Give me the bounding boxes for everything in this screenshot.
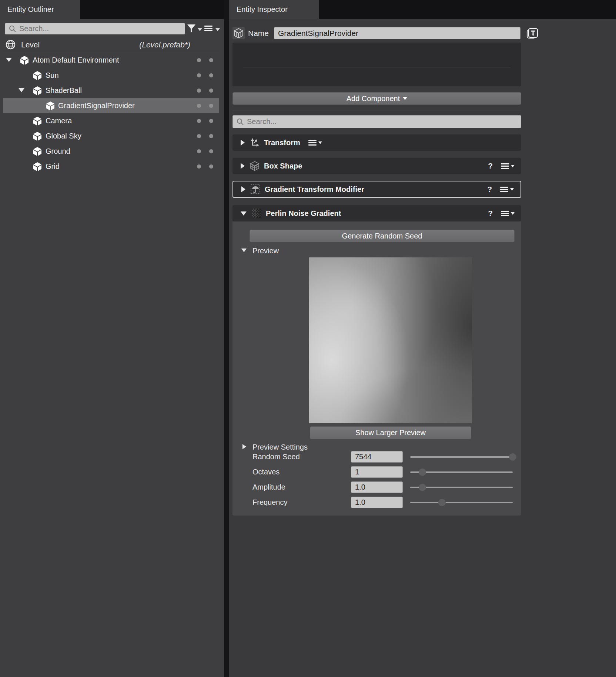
expand-caret-icon[interactable]: [6, 58, 12, 62]
slider-thumb[interactable]: [419, 484, 426, 491]
lock-dot[interactable]: [209, 58, 213, 62]
tree-row-shaderball[interactable]: ShaderBall: [0, 83, 224, 98]
add-component-caret-icon: [403, 97, 407, 100]
filter-icon[interactable]: [187, 24, 196, 33]
random-seed-input[interactable]: [351, 451, 403, 463]
entity-inspector-panel: Entity Inspector Name Status Universal E…: [229, 0, 616, 677]
entity-wire-cube-icon: [234, 28, 243, 38]
component-card-gradient-transform-modifier[interactable]: Gradient Transform Modifier ?: [232, 181, 521, 198]
preview-expand-caret-icon[interactable]: [241, 249, 247, 252]
param-row-random-seed: Random Seed: [232, 449, 521, 464]
help-icon[interactable]: ?: [488, 209, 493, 218]
pin-inspector-icon[interactable]: [525, 26, 539, 40]
tab-entity-inspector[interactable]: Entity Inspector: [229, 0, 319, 19]
visibility-dot[interactable]: [197, 134, 201, 138]
component-menu-icon[interactable]: [308, 139, 322, 147]
frequency-slider[interactable]: [410, 495, 513, 510]
tree-row-ground[interactable]: Ground: [0, 144, 224, 159]
entity-cube-icon: [33, 86, 42, 96]
tree-row-label: Camera: [46, 113, 72, 129]
panel-divider[interactable]: [224, 0, 229, 677]
amplitude-label: Amplitude: [252, 480, 285, 495]
tree-row-gradientsignalprovider-selected[interactable]: GradientSignalProvider: [0, 98, 224, 113]
lock-dot[interactable]: [209, 119, 213, 123]
component-card-perlin-noise-gradient[interactable]: Perlin Noise Gradient ?: [232, 205, 521, 221]
visibility-dot[interactable]: [197, 104, 201, 108]
component-card-transform[interactable]: Transform: [232, 134, 521, 151]
generate-random-seed-button[interactable]: Generate Random Seed: [250, 230, 515, 242]
collapse-caret-icon[interactable]: [241, 186, 245, 192]
component-card-box-shape[interactable]: Box Shape ?: [232, 158, 521, 174]
collapse-caret-icon[interactable]: [241, 163, 245, 169]
octaves-input[interactable]: [351, 466, 403, 478]
visibility-dot[interactable]: [197, 73, 201, 77]
lock-dot[interactable]: [209, 149, 213, 153]
entity-name-input[interactable]: [274, 27, 520, 39]
param-row-amplitude: Amplitude: [232, 480, 521, 495]
visibility-dot[interactable]: [197, 164, 201, 169]
component-search-input[interactable]: [247, 117, 517, 126]
octaves-slider[interactable]: [410, 464, 513, 480]
inspector-separator: [232, 110, 521, 110]
box-shape-icon: [250, 161, 260, 171]
add-component-button[interactable]: Add Component: [232, 92, 521, 105]
level-label: Level: [21, 37, 40, 52]
entity-status-card: Status Universal Entity ID 1598603612264…: [232, 43, 521, 86]
editor-root: { "colors": { "panel_bg": "#3e3e40", "ta…: [0, 0, 616, 677]
random-seed-label: Random Seed: [252, 449, 300, 464]
level-row[interactable]: Level (Level.prefab*): [0, 37, 224, 52]
entity-cube-icon: [33, 147, 42, 156]
visibility-dot[interactable]: [197, 149, 201, 153]
transform-icon: [250, 138, 260, 147]
generate-random-seed-label: Generate Random Seed: [342, 232, 422, 240]
visibility-dot[interactable]: [197, 58, 201, 62]
tab-entity-outliner[interactable]: Entity Outliner: [0, 0, 80, 19]
tree-row-label: GradientSignalProvider: [58, 98, 135, 113]
component-menu-icon[interactable]: [501, 162, 515, 170]
show-larger-preview-button[interactable]: Show Larger Preview: [310, 426, 471, 439]
tree-row-atom-default-environment[interactable]: Atom Default Environment: [0, 53, 224, 68]
level-prefab-file: (Level.prefab*): [139, 37, 190, 52]
tree-row-grid[interactable]: Grid: [0, 159, 224, 174]
expand-caret-icon[interactable]: [241, 211, 247, 216]
component-menu-icon[interactable]: [501, 210, 515, 217]
lock-dot[interactable]: [209, 134, 213, 138]
lock-dot[interactable]: [209, 73, 213, 77]
outliner-menu-icon[interactable]: [204, 24, 212, 32]
visibility-dot[interactable]: [197, 89, 201, 93]
amplitude-slider[interactable]: [410, 480, 513, 495]
outliner-divider: [3, 52, 219, 52]
lock-dot[interactable]: [209, 164, 213, 169]
slider-track[interactable]: [410, 502, 513, 503]
component-search-box[interactable]: [232, 115, 521, 128]
lock-dot[interactable]: [209, 89, 213, 93]
help-icon[interactable]: ?: [488, 161, 493, 170]
component-title: Perlin Noise Gradient: [266, 209, 341, 218]
collapse-caret-icon[interactable]: [241, 140, 245, 146]
slider-thumb[interactable]: [438, 499, 446, 506]
entity-cube-icon: [33, 131, 42, 141]
tree-row-camera[interactable]: Camera: [0, 113, 224, 129]
preview-settings-caret-icon[interactable]: [242, 444, 246, 449]
status-card-divider: [243, 67, 511, 67]
help-icon[interactable]: ?: [487, 185, 492, 194]
random-seed-slider[interactable]: [410, 449, 513, 464]
frequency-input[interactable]: [351, 497, 403, 508]
slider-thumb[interactable]: [509, 453, 516, 461]
outliner-tab-label: Entity Outliner: [7, 5, 54, 14]
outliner-search-input[interactable]: [19, 24, 181, 33]
preview-section-row[interactable]: Preview: [232, 243, 521, 258]
outliner-menu-caret-icon[interactable]: [215, 28, 220, 31]
outliner-search-box[interactable]: [5, 23, 185, 34]
tree-row-sun[interactable]: Sun: [0, 68, 224, 83]
lock-dot[interactable]: [209, 104, 213, 108]
visibility-dot[interactable]: [197, 119, 201, 123]
component-menu-icon[interactable]: [500, 186, 514, 193]
filter-caret-icon[interactable]: [198, 28, 202, 31]
amplitude-input[interactable]: [351, 481, 403, 493]
tree-row-global-sky[interactable]: Global Sky: [0, 129, 224, 144]
slider-thumb[interactable]: [419, 468, 426, 476]
expand-caret-icon[interactable]: [19, 88, 24, 92]
slider-track[interactable]: [410, 456, 513, 458]
preview-label: Preview: [252, 243, 279, 258]
